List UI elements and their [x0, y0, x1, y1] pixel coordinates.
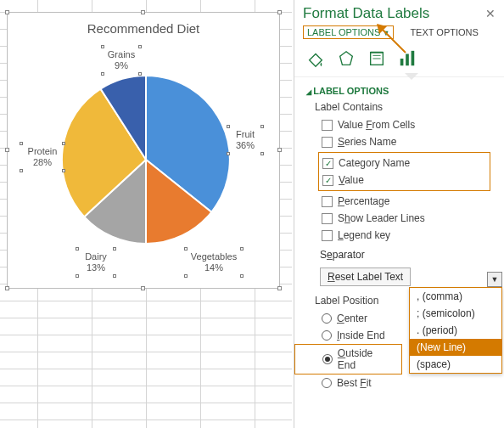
- pie-chart[interactable]: [62, 76, 230, 244]
- separator-dropdown[interactable]: ▼ , (comma) ; (semicolon) . (period) (Ne…: [409, 287, 502, 374]
- dd-comma[interactable]: , (comma): [410, 288, 501, 305]
- chevron-down-icon[interactable]: ▼: [487, 272, 502, 287]
- chk-legend-key[interactable]: Legend key: [294, 227, 504, 244]
- dd-space[interactable]: (space): [410, 356, 501, 373]
- chk-value[interactable]: ✓Value: [319, 172, 490, 189]
- chk-value-from-cells[interactable]: Value From Cells: [294, 116, 504, 133]
- radio-outside-end[interactable]: Outside End: [294, 344, 402, 374]
- chk-show-leader[interactable]: Show Leader Lines: [294, 210, 504, 227]
- section-label-options[interactable]: LABEL OPTIONS: [294, 77, 504, 99]
- tab-label-options[interactable]: LABEL OPTIONS▼: [303, 25, 394, 39]
- panel-title: Format Data Labels: [303, 5, 429, 22]
- chk-series-name[interactable]: Series Name: [294, 133, 504, 150]
- data-label-protein[interactable]: Protein28%: [21, 144, 64, 171]
- dd-newline[interactable]: (New Line): [410, 339, 501, 356]
- data-label-dairy[interactable]: Dairy13%: [77, 249, 115, 276]
- fill-bucket-icon[interactable]: [306, 49, 325, 68]
- reset-label-text-button[interactable]: Reset Label Text: [320, 268, 411, 286]
- close-icon[interactable]: ✕: [485, 7, 496, 20]
- chart-title[interactable]: Recommended Diet: [8, 21, 279, 36]
- chart-bars-icon[interactable]: [398, 49, 417, 68]
- dd-semicolon[interactable]: ; (semicolon): [410, 305, 501, 322]
- data-label-vegetables[interactable]: Vegetables14%: [186, 249, 242, 276]
- effects-icon[interactable]: [337, 49, 356, 68]
- chart-container[interactable]: Recommended Diet Fruit36% Vegetables14% …: [7, 12, 280, 289]
- data-label-fruit[interactable]: Fruit36%: [228, 127, 262, 154]
- svg-rect-9: [412, 51, 415, 65]
- separator-label: Separator: [320, 249, 365, 261]
- chk-percentage[interactable]: Percentage: [294, 193, 504, 210]
- dd-period[interactable]: . (period): [410, 322, 501, 339]
- svg-marker-2: [340, 52, 353, 65]
- svg-rect-7: [400, 59, 404, 65]
- label-contains-title: Label Contains: [294, 99, 504, 116]
- size-props-icon[interactable]: [367, 49, 386, 68]
- data-label-grains[interactable]: Grains9%: [103, 47, 140, 74]
- tab-text-options[interactable]: TEXT OPTIONS: [410, 27, 478, 37]
- radio-best-fit[interactable]: Best Fit: [294, 374, 504, 391]
- svg-rect-8: [406, 54, 409, 66]
- format-panel: Format Data Labels ✕ LABEL OPTIONS▼ TEXT…: [294, 0, 504, 428]
- chk-category-name[interactable]: ✓Category Name: [319, 155, 490, 172]
